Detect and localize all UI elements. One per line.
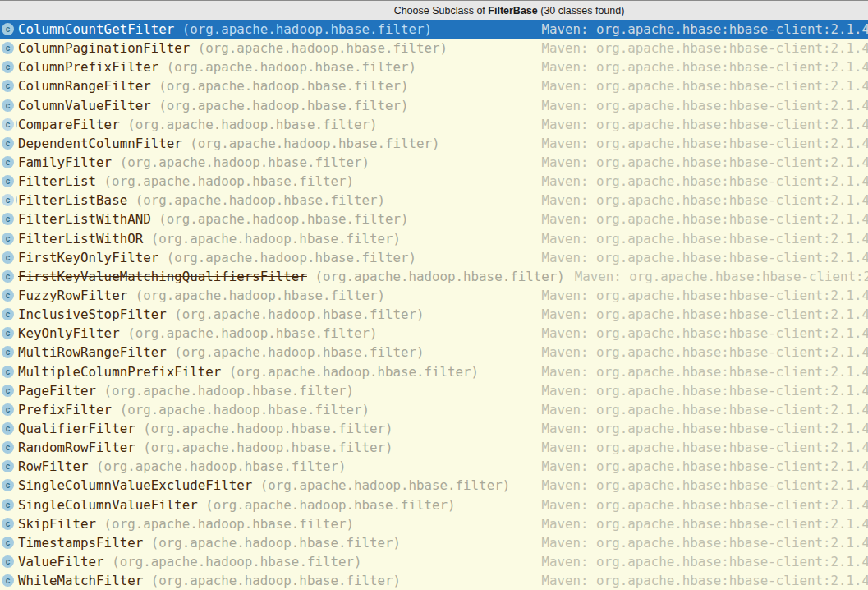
class-name: ColumnPaginationFilter <box>18 40 190 56</box>
class-icon: c <box>2 23 14 35</box>
package-name: (org.apache.hadoop.hbase.filter) <box>104 516 354 532</box>
class-list-item[interactable]: c WhileMatchFilter (org.apache.hadoop.hb… <box>0 571 868 590</box>
class-list-item[interactable]: c FilterListWithAND (org.apache.hadoop.h… <box>0 210 868 228</box>
class-icon: c <box>2 99 14 112</box>
class-list-item[interactable]: c TimestampsFilter (org.apache.hadoop.hb… <box>0 533 868 552</box>
package-name: (org.apache.hadoop.hbase.filter) <box>167 59 416 75</box>
class-icon: c <box>2 233 14 245</box>
class-list-item[interactable]: c SkipFilter (org.apache.hadoop.hbase.fi… <box>0 514 868 533</box>
class-icon: c <box>2 555 14 568</box>
class-list-item[interactable]: c MultipleColumnPrefixFilter (org.apache… <box>0 362 868 381</box>
class-list-item[interactable]: c PageFilter (org.apache.hadoop.hbase.fi… <box>0 381 868 400</box>
maven-coordinates: Maven: org.apache.hbase:hbase-client:2.1… <box>532 573 868 588</box>
class-icon: c <box>2 460 14 472</box>
class-list-item[interactable]: c KeyOnlyFilter (org.apache.hadoop.hbase… <box>0 324 868 343</box>
maven-coordinates: Maven: org.apache.hbase:hbase-client:2.1… <box>532 325 868 341</box>
maven-coordinates: Maven: org.apache.hbase:hbase-client:2.1… <box>532 421 868 436</box>
maven-coordinates: Maven: org.apache.hbase:hbase-client:2.1… <box>532 211 868 227</box>
class-name: FilterListWithAND <box>18 211 151 227</box>
class-list-item[interactable]: c FamilyFilter (org.apache.hadoop.hbase.… <box>0 153 868 172</box>
package-name: (org.apache.hadoop.hbase.filter) <box>143 440 393 455</box>
maven-coordinates: Maven: org.apache.hbase:hbase-client:2.1… <box>532 516 868 532</box>
package-name: (org.apache.hadoop.hbase.filter) <box>143 421 393 436</box>
class-name: FuzzyRowFilter <box>18 288 127 303</box>
class-list-item[interactable]: c FirstKeyOnlyFilter (org.apache.hadoop.… <box>0 248 868 267</box>
class-name: MultiRowRangeFilter <box>18 344 167 360</box>
package-name: (org.apache.hadoop.hbase.filter) <box>120 402 370 417</box>
popup-title-count: (30 classes found) <box>538 5 625 16</box>
class-list-item[interactable]: c ColumnRangeFilter (org.apache.hadoop.h… <box>0 76 868 95</box>
maven-coordinates: Maven: org.apache.hbase:hbase-client:2.1… <box>532 98 868 113</box>
class-list-item[interactable]: c SingleColumnValueFilter (org.apache.ha… <box>0 496 868 514</box>
maven-coordinates: Maven: org.apache.hbase:hbase-client:2.1… <box>532 40 868 56</box>
maven-coordinates: Maven: org.apache.hbase:hbase-client:2.1… <box>532 136 868 151</box>
class-list-item[interactable]: c FirstKeyValueMatchingQualifiersFilter … <box>0 267 868 286</box>
package-name: (org.apache.hadoop.hbase.filter) <box>135 288 385 303</box>
package-name: (org.apache.hadoop.hbase.filter) <box>182 21 432 37</box>
class-icon: c <box>2 156 14 168</box>
maven-coordinates: Maven: org.apache.hbase:hbase-client:2.1… <box>532 192 868 208</box>
class-icon: c <box>2 194 14 206</box>
class-icon: c <box>2 175 14 187</box>
package-name: (org.apache.hadoop.hbase.filter) <box>205 497 455 513</box>
maven-coordinates: Maven: org.apache.hbase:hbase-client:2.1… <box>532 497 868 513</box>
class-icon: c <box>2 308 14 320</box>
class-name: SkipFilter <box>18 516 96 532</box>
popup-title: Choose Subclass of FilterBase (30 classe… <box>394 5 625 16</box>
maven-coordinates: Maven: org.apache.hbase:hbase-client:2.1… <box>532 402 868 417</box>
maven-coordinates: Maven: org.apache.hbase:hbase-client:2.1… <box>532 459 868 474</box>
class-icon: c <box>2 385 14 397</box>
maven-coordinates: Maven: org.apache.hbase:hbase-client:2.1… <box>532 383 868 399</box>
class-list-item[interactable]: c RandomRowFilter (org.apache.hadoop.hba… <box>0 438 868 457</box>
class-name: WhileMatchFilter <box>18 573 143 588</box>
class-list-item[interactable]: c ColumnPaginationFilter (org.apache.had… <box>0 39 868 58</box>
package-name: (org.apache.hadoop.hbase.filter) <box>198 40 448 56</box>
class-list-item[interactable]: c FilterList (org.apache.hadoop.hbase.fi… <box>0 172 868 191</box>
class-icon: c <box>2 213 14 225</box>
maven-coordinates: Maven: org.apache.hbase:hbase-client:2.1… <box>532 440 868 455</box>
popup-title-target-class: FilterBase <box>488 5 537 16</box>
class-list-item[interactable]: c ColumnPrefixFilter (org.apache.hadoop.… <box>0 58 868 76</box>
class-list-item[interactable]: c FilterListBase (org.apache.hadoop.hbas… <box>0 191 868 210</box>
package-name: (org.apache.hadoop.hbase.filter) <box>167 250 416 265</box>
class-list-item[interactable]: c ValueFilter (org.apache.hadoop.hbase.f… <box>0 552 868 571</box>
class-list-item[interactable]: c FuzzyRowFilter (org.apache.hadoop.hbas… <box>0 286 868 305</box>
class-list-item[interactable]: c InclusiveStopFilter (org.apache.hadoop… <box>0 305 868 324</box>
class-icon: c <box>2 346 14 358</box>
class-name: ColumnPrefixFilter <box>18 59 158 75</box>
class-list-item[interactable]: c MultiRowRangeFilter (org.apache.hadoop… <box>0 343 868 362</box>
class-name: QualifierFilter <box>18 421 135 436</box>
maven-coordinates: Maven: org.apache.hbase:hbase-client:2.1… <box>532 21 868 37</box>
package-name: (org.apache.hadoop.hbase.filter) <box>151 231 401 247</box>
class-list: c ColumnCountGetFilter (org.apache.hadoo… <box>0 20 868 590</box>
class-name: ValueFilter <box>18 554 104 569</box>
class-list-item[interactable]: c QualifierFilter (org.apache.hadoop.hba… <box>0 419 868 438</box>
maven-coordinates: Maven: org.apache.hbase:hbase-client:2.1… <box>532 554 868 569</box>
class-icon: c <box>2 80 14 92</box>
class-list-item[interactable]: c RowFilter (org.apache.hadoop.hbase.fil… <box>0 457 868 476</box>
maven-coordinates: Maven: org.apache.hbase:hbase-client:2.1… <box>532 173 868 189</box>
maven-coordinates: Maven: org.apache.hbase:hbase-client:2.1… <box>532 117 868 132</box>
class-icon: c <box>2 366 14 378</box>
maven-coordinates: Maven: org.apache.hbase:hbase-client:2.1… <box>532 535 868 551</box>
package-name: (org.apache.hadoop.hbase.filter) <box>158 78 408 94</box>
class-icon: c <box>2 42 14 54</box>
class-icon: c <box>2 137 14 150</box>
package-name: (org.apache.hadoop.hbase.filter) <box>104 173 354 189</box>
popup-title-prefix: Choose Subclass of <box>394 5 489 16</box>
class-list-item[interactable]: c FilterListWithOR (org.apache.hadoop.hb… <box>0 229 868 248</box>
class-list-item[interactable]: c ColumnCountGetFilter (org.apache.hadoo… <box>0 20 868 39</box>
class-name: FamilyFilter <box>18 154 112 170</box>
class-name: SingleColumnValueFilter <box>18 497 198 513</box>
class-name: RandomRowFilter <box>18 440 135 455</box>
class-name: KeyOnlyFilter <box>18 325 120 341</box>
class-list-item[interactable]: c CompareFilter (org.apache.hadoop.hbase… <box>0 115 868 134</box>
class-icon: c <box>2 574 14 587</box>
class-name: ColumnValueFilter <box>18 98 151 113</box>
class-list-item[interactable]: c PrefixFilter (org.apache.hadoop.hbase.… <box>0 400 868 419</box>
class-list-item[interactable]: c ColumnValueFilter (org.apache.hadoop.h… <box>0 96 868 115</box>
class-list-item[interactable]: c DependentColumnFilter (org.apache.hado… <box>0 134 868 153</box>
maven-coordinates: Maven: org.apache.hbase:hbase-client:2.1… <box>532 364 868 380</box>
maven-coordinates: Maven: org.apache.hbase:hbase-client:2.1… <box>565 269 868 284</box>
class-list-item[interactable]: c SingleColumnValueExcludeFilter (org.ap… <box>0 476 868 495</box>
